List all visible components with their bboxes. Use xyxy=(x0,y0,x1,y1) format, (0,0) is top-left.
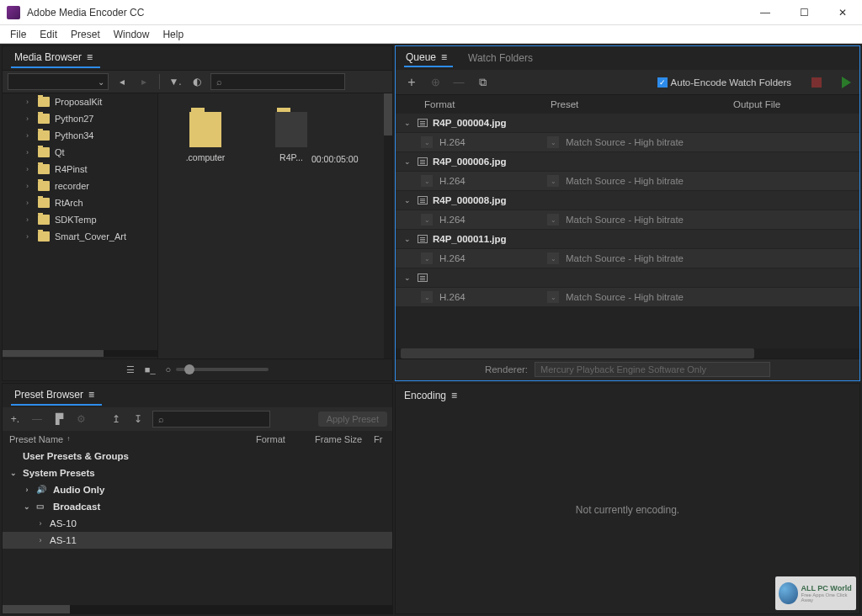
stop-queue-button[interactable] xyxy=(811,77,822,88)
renderer-dropdown[interactable]: Mercury Playback Engine Software Only xyxy=(535,362,770,377)
tree-item[interactable]: ›Smart_Cover_Art xyxy=(3,228,157,245)
apply-preset-button[interactable]: Apply Preset xyxy=(318,412,387,427)
folder-icon xyxy=(38,147,50,157)
tree-item[interactable]: ›Python27 xyxy=(3,110,157,127)
filter-icon[interactable]: ▼. xyxy=(167,73,184,90)
queue-item[interactable]: ⌄H.264⌄Match Source - High bitrate xyxy=(396,249,859,268)
ingest-icon[interactable]: ◐ xyxy=(189,73,205,90)
add-output-button[interactable]: ⊕ xyxy=(428,75,443,90)
preset-browser-panel: Preset Browser ≡ +. — ▛ ⚙ ↥ ↧ ⌕ Apply Pr… xyxy=(2,383,393,614)
chevron-down-icon: ⌄ xyxy=(404,196,412,204)
folder-icon xyxy=(38,114,50,124)
tab-preset-browser[interactable]: Preset Browser ≡ xyxy=(11,385,102,406)
add-source-button[interactable]: + xyxy=(404,75,419,90)
tree-item[interactable]: ›ProposalKit xyxy=(3,93,157,110)
auto-encode-checkbox[interactable]: ✓ Auto-Encode Watch Folders xyxy=(657,77,791,88)
tab-queue[interactable]: Queue≡ xyxy=(404,49,453,67)
tree-item[interactable]: ›RtArch xyxy=(3,194,157,211)
col-format[interactable]: Format xyxy=(424,99,551,109)
remove-preset-button[interactable]: — xyxy=(29,412,45,427)
preset-dropdown-icon[interactable]: ⌄ xyxy=(547,291,559,303)
menu-file[interactable]: File xyxy=(3,27,33,42)
panel-menu-icon[interactable]: ≡ xyxy=(87,51,97,63)
queue-group[interactable]: ⌄ xyxy=(396,268,859,287)
preset-group-system[interactable]: ⌄System Presets xyxy=(3,465,392,481)
preset-group-broadcast[interactable]: ⌄▭Broadcast xyxy=(3,498,392,515)
nav-back-button[interactable]: ◂ xyxy=(114,73,130,90)
path-dropdown[interactable]: ⌄ xyxy=(8,73,109,90)
tab-media-browser[interactable]: Media Browser ≡ xyxy=(11,48,100,68)
preset-toolbar: +. — ▛ ⚙ ↥ ↧ ⌕ Apply Preset xyxy=(3,407,392,431)
renderer-row: Renderer: Mercury Playback Engine Softwa… xyxy=(396,358,859,380)
preset-dropdown-icon[interactable]: ⌄ xyxy=(547,136,559,148)
search-icon: ⌕ xyxy=(216,77,222,87)
queue-group[interactable]: ⌄R4P_000008.jpg xyxy=(396,191,859,210)
format-dropdown-icon[interactable]: ⌄ xyxy=(421,175,433,187)
preset-search-input[interactable]: ⌕ xyxy=(152,411,270,427)
nav-forward-button[interactable]: ▸ xyxy=(136,73,152,90)
content-scroll-v[interactable] xyxy=(384,93,392,358)
col-fr[interactable]: Fr xyxy=(374,434,386,444)
close-button[interactable]: ✕ xyxy=(823,0,862,25)
queue-item[interactable]: ⌄H.264⌄Match Source - High bitrate xyxy=(396,133,859,151)
zoom-slider[interactable]: ○ xyxy=(166,364,269,374)
thumb-view-icon[interactable]: ■_ xyxy=(145,364,156,374)
start-queue-button[interactable] xyxy=(842,77,851,88)
queue-group[interactable]: ⌄R4P_000011.jpg xyxy=(396,230,859,248)
menu-help[interactable]: Help xyxy=(156,27,190,42)
menu-window[interactable]: Window xyxy=(107,27,157,42)
preset-item[interactable]: ›AS-11 xyxy=(3,532,392,549)
menu-edit[interactable]: Edit xyxy=(33,27,64,42)
menu-preset[interactable]: Preset xyxy=(64,27,107,42)
import-preset-button[interactable]: ↥ xyxy=(109,412,124,427)
search-input[interactable]: ⌕ xyxy=(210,73,345,90)
preset-group-user[interactable]: User Presets & Groups xyxy=(3,448,392,465)
col-preset-name[interactable]: Preset Name xyxy=(9,434,63,444)
check-icon: ✓ xyxy=(657,77,668,88)
search-icon: ⌕ xyxy=(158,414,164,424)
add-preset-button[interactable]: +. xyxy=(8,412,23,427)
preset-dropdown-icon[interactable]: ⌄ xyxy=(547,175,559,187)
list-view-icon[interactable]: ☰ xyxy=(126,364,135,375)
maximize-button[interactable]: ☐ xyxy=(785,0,823,25)
preset-item[interactable]: ›AS-10 xyxy=(3,515,392,532)
tree-item[interactable]: ›recorder xyxy=(3,178,157,194)
queue-item[interactable]: ⌄H.264⌄Match Source - High bitrate xyxy=(396,210,859,229)
col-format[interactable]: Format xyxy=(256,434,315,444)
queue-group[interactable]: ⌄R4P_000004.jpg xyxy=(396,114,859,132)
col-output[interactable]: Output File xyxy=(733,99,851,109)
tree-item[interactable]: ›R4Pinst xyxy=(3,161,157,178)
tab-watch-folders[interactable]: Watch Folders xyxy=(466,50,535,66)
remove-button[interactable]: — xyxy=(451,75,466,90)
tab-encoding[interactable]: Encoding ≡ xyxy=(404,390,461,401)
format-dropdown-icon[interactable]: ⌄ xyxy=(421,252,433,264)
panel-menu-icon[interactable]: ≡ xyxy=(451,390,461,401)
preset-scroll-h[interactable] xyxy=(3,605,392,613)
tree-item[interactable]: ›Qt xyxy=(3,144,157,161)
window-title: Adobe Media Encoder CC xyxy=(27,7,746,19)
preset-dropdown-icon[interactable]: ⌄ xyxy=(547,214,559,226)
queue-item[interactable]: ⌄H.264⌄Match Source - High bitrate xyxy=(396,288,859,306)
tree-item[interactable]: ›SDKTemp xyxy=(3,211,157,228)
duplicate-button[interactable]: ⧉ xyxy=(475,75,490,90)
preset-dropdown-icon[interactable]: ⌄ xyxy=(547,252,559,264)
format-dropdown-icon[interactable]: ⌄ xyxy=(421,136,433,148)
col-frame-size[interactable]: Frame Size xyxy=(315,434,374,444)
col-preset[interactable]: Preset xyxy=(551,99,733,109)
queue-group[interactable]: ⌄R4P_000006.jpg xyxy=(396,152,859,171)
format-dropdown-icon[interactable]: ⌄ xyxy=(421,214,433,226)
media-item[interactable]: R4P... 00:00:05:00 xyxy=(263,112,320,162)
preset-settings-button[interactable]: ⚙ xyxy=(73,412,88,427)
tree-item[interactable]: ›Python34 xyxy=(3,127,157,144)
queue-item[interactable]: ⌄H.264⌄Match Source - High bitrate xyxy=(396,172,859,190)
export-preset-button[interactable]: ↧ xyxy=(130,412,146,427)
panel-menu-icon[interactable]: ≡ xyxy=(441,51,451,63)
queue-scroll-h[interactable] xyxy=(396,348,859,358)
media-item[interactable]: .computer xyxy=(177,112,234,162)
minimize-button[interactable]: — xyxy=(746,0,785,25)
new-group-button[interactable]: ▛ xyxy=(51,412,67,427)
preset-group-audio[interactable]: ›🔊Audio Only xyxy=(3,481,392,498)
tree-scroll-h[interactable] xyxy=(3,350,157,357)
panel-menu-icon[interactable]: ≡ xyxy=(88,389,98,401)
format-dropdown-icon[interactable]: ⌄ xyxy=(421,291,433,303)
